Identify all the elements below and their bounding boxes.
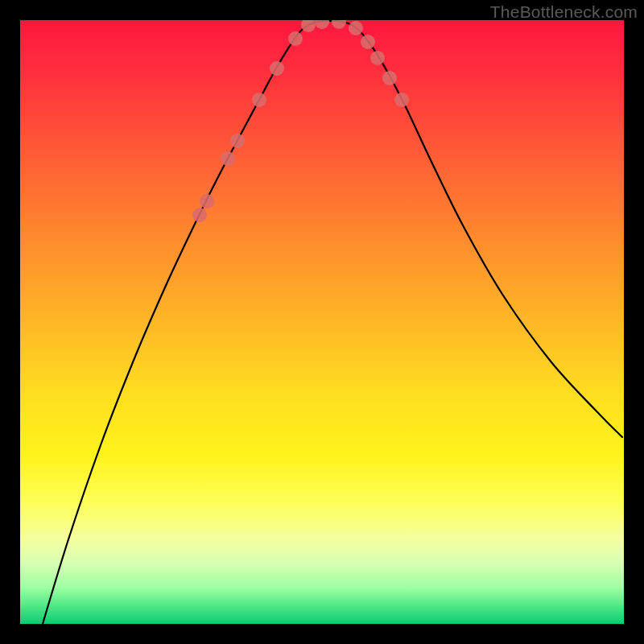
data-point xyxy=(252,93,266,107)
data-point xyxy=(230,134,245,148)
chart-frame: TheBottleneck.com xyxy=(0,0,644,644)
data-point xyxy=(270,61,284,76)
data-point xyxy=(332,20,346,29)
data-point xyxy=(349,21,363,35)
data-point xyxy=(288,31,303,46)
data-point xyxy=(361,35,375,49)
data-point xyxy=(200,194,214,208)
data-point xyxy=(382,71,397,85)
data-point xyxy=(192,208,207,222)
chart-overlay xyxy=(20,20,624,624)
data-point xyxy=(394,93,409,107)
data-point xyxy=(370,51,385,65)
data-point xyxy=(221,151,235,166)
plot-area xyxy=(20,20,624,624)
data-point xyxy=(301,20,316,32)
watermark-text: TheBottleneck.com xyxy=(490,2,638,22)
data-point xyxy=(315,20,329,29)
bottleneck-curve xyxy=(43,21,622,624)
marker-group xyxy=(192,20,409,222)
